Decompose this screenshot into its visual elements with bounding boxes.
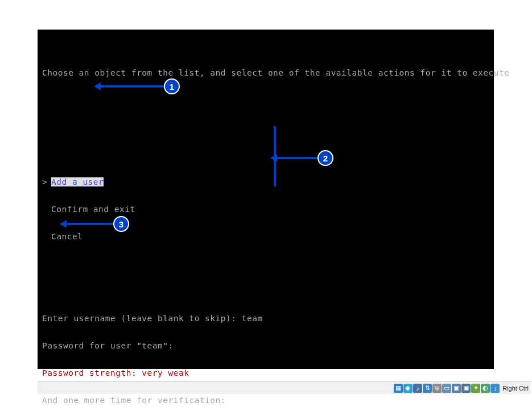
prompt-password-verify: And one more time for verification: (42, 396, 494, 405)
keyboard-icon[interactable]: ↓ (490, 384, 500, 393)
menu-item-add-user[interactable]: >Add a user (42, 177, 494, 186)
audio-icon[interactable]: ♪ (413, 384, 422, 393)
cpu-icon[interactable]: ✦ (471, 384, 480, 393)
optical-disk-icon[interactable]: ◉ (403, 384, 413, 393)
display-icon[interactable]: ▣ (452, 384, 461, 393)
menu-item-cancel[interactable]: Cancel (42, 232, 494, 241)
network-icon[interactable]: ⇅ (423, 384, 432, 393)
menu-item-confirm-exit[interactable]: Confirm and exit (42, 205, 494, 214)
instruction-text: Choose an object from the list, and sele… (42, 68, 494, 77)
usb-icon[interactable]: Ψ (432, 384, 442, 393)
mouse-icon[interactable]: ◐ (481, 384, 490, 393)
recording-icon[interactable]: ▣ (461, 384, 471, 393)
password-strength-warning: Password strength: very weak (42, 368, 494, 377)
hard-disk-icon[interactable]: ▦ (394, 384, 403, 393)
terminal-screen: Choose an object from the list, and sele… (38, 30, 494, 369)
shared-folder-icon[interactable]: ▭ (442, 384, 451, 393)
prompt-password: Password for user "team": (42, 341, 494, 350)
host-key-indicator: Right Ctrl (502, 385, 529, 392)
prompt-username: Enter username (leave blank to skip): te… (42, 314, 494, 323)
vm-status-bar: ▦ ◉ ♪ ⇅ Ψ ▭ ▣ ▣ ✦ ◐ ↓ Right Ctrl (38, 381, 531, 394)
